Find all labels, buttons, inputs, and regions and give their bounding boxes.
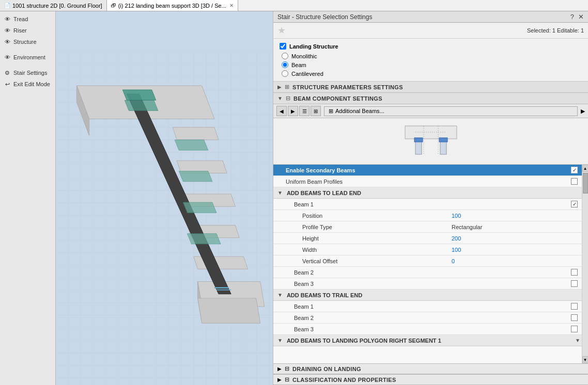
- eye-icon-riser: 👁: [3, 26, 11, 35]
- draining-section-header[interactable]: ▶ ⊟ DRAINING ON LANDING: [273, 363, 588, 374]
- tab1-label: 1001 structure 2D [0. Ground Floor]: [12, 3, 102, 9]
- check-uniform-profiles[interactable]: [571, 178, 578, 185]
- classification-arrow: ▶: [277, 377, 282, 382]
- check-beam3-trail[interactable]: [571, 326, 578, 332]
- check-beam3-lead[interactable]: [571, 280, 578, 287]
- row-position[interactable]: Position 100: [273, 210, 582, 221]
- list-button[interactable]: ☰: [299, 106, 310, 116]
- row-add-lead-end[interactable]: ▼ ADD BEAMS TO LEAD END: [273, 187, 582, 199]
- viewport-svg: [56, 11, 273, 385]
- check-beam2-trail[interactable]: [571, 314, 578, 321]
- help-button[interactable]: ?: [570, 13, 574, 21]
- row-enable-secondary[interactable]: Enable Secondary Beams: [273, 165, 582, 176]
- radio-beam-input[interactable]: [282, 61, 288, 68]
- main-area: 👁 Tread 👁 Riser 👁 Structure 👁 Environmen…: [0, 11, 588, 385]
- exit-icon: ↩: [3, 80, 11, 88]
- scrollbar-down-button[interactable]: ▼: [582, 356, 589, 363]
- sidebar-item-tread[interactable]: 👁 Tread: [0, 13, 55, 25]
- panel-title: Stair - Structure Selection Settings: [277, 13, 372, 21]
- row-polygon-right[interactable]: ▼ ADD BEAMS TO LANDING POLYGON RIGHT SEG…: [273, 335, 582, 346]
- polygon-right-scroll: ▼: [574, 338, 582, 343]
- val-position: 100: [447, 212, 551, 220]
- sidebar-label-environment: Environment: [13, 54, 45, 60]
- radio-cantilevered-input[interactable]: [282, 70, 288, 77]
- check-beam2-lead[interactable]: [571, 269, 578, 276]
- landing-structure-checkbox-row: Landing Structure: [280, 43, 582, 50]
- panel-header: ★ Selected: 1 Editable: 1: [273, 23, 588, 39]
- checkbox-uniform-profiles[interactable]: [551, 178, 582, 185]
- sidebar-item-exit-edit[interactable]: ↩ Exit Edit Mode: [0, 78, 55, 90]
- next-button[interactable]: ▶: [288, 106, 298, 116]
- tab-1[interactable]: 📄 1001 structure 2D [0. Ground Floor]: [0, 0, 107, 11]
- row-beam1-lead[interactable]: Beam 1: [273, 199, 582, 210]
- row-beam1-trail[interactable]: Beam 1: [273, 301, 582, 312]
- tab2-icon: 🗗: [111, 3, 116, 8]
- sidebar-item-riser[interactable]: 👁 Riser: [0, 25, 55, 36]
- checkbox-beam3-trail[interactable]: [551, 326, 582, 332]
- prev-button[interactable]: ◀: [276, 106, 287, 116]
- val-height: 200: [447, 234, 551, 243]
- checkbox-enable-secondary[interactable]: [551, 167, 582, 173]
- beam-component-arrow: ▼: [277, 95, 283, 101]
- tab-2[interactable]: 🗗 (i) 212 landing beam support 3D [3D / …: [107, 0, 238, 11]
- classification-section-header[interactable]: ▶ ⊟ CLASSIFICATION AND PROPERTIES: [273, 374, 588, 385]
- radio-monolithic-input[interactable]: [282, 53, 288, 59]
- scrollbar-up-button[interactable]: ▲: [582, 165, 589, 172]
- row-profile-type[interactable]: Profile Type Rectangular: [273, 221, 582, 233]
- val-beam3-trail: [447, 328, 551, 330]
- favorite-icon[interactable]: ★: [277, 25, 286, 36]
- sidebar-item-environment[interactable]: 👁 Environment: [0, 52, 55, 63]
- checkbox-beam2-trail[interactable]: [551, 314, 582, 321]
- table-button[interactable]: ⊞: [311, 106, 321, 116]
- check-beam1-trail[interactable]: [571, 303, 578, 310]
- draining-label: DRAINING ON LANDING: [292, 366, 361, 372]
- row-beam3-lead[interactable]: Beam 3: [273, 278, 582, 290]
- classification-icon: ⊟: [285, 376, 289, 383]
- properties-area: Enable Secondary Beams Uniform Beam Prof…: [273, 165, 588, 363]
- row-add-trail-end[interactable]: ▼ ADD BEAMS TO TRAIL END: [273, 290, 582, 301]
- expand-icon: ▶: [581, 108, 585, 114]
- close-button[interactable]: ✕: [578, 13, 584, 21]
- val-width: 100: [447, 246, 551, 254]
- sidebar-item-structure[interactable]: 👁 Structure: [0, 36, 55, 47]
- check-beam1-lead[interactable]: [571, 201, 578, 207]
- check-enable-secondary[interactable]: [571, 167, 578, 173]
- beam-component-header[interactable]: ▼ ⊟ BEAM COMPONENT SETTINGS: [273, 93, 588, 104]
- row-width[interactable]: Width 100: [273, 244, 582, 255]
- row-uniform-profiles[interactable]: Uniform Beam Profiles: [273, 176, 582, 187]
- draining-icon: ⊟: [285, 365, 289, 372]
- tab2-close-icon[interactable]: ✕: [229, 3, 234, 8]
- trail-end-label: ADD BEAMS TO TRAIL END: [287, 292, 582, 298]
- scrollbar-track: ▲ ▼: [582, 165, 588, 363]
- properties-table: Enable Secondary Beams Uniform Beam Prof…: [273, 165, 582, 363]
- toolbar-expand-btn[interactable]: ▶: [579, 108, 585, 115]
- sidebar-item-stair-settings[interactable]: ⚙ Stair Settings: [0, 67, 55, 78]
- checkbox-beam1-trail[interactable]: [551, 303, 582, 310]
- landing-structure-label: Landing Structure: [289, 43, 338, 50]
- svg-marker-17: [183, 202, 216, 213]
- radio-beam: Beam: [282, 61, 582, 68]
- panel-title-bar: Stair - Structure Selection Settings ? ✕: [273, 11, 588, 23]
- row-beam3-trail[interactable]: Beam 3: [273, 324, 582, 335]
- val-uniform-profiles: [447, 181, 551, 183]
- diagram-area: [273, 118, 588, 165]
- checkbox-beam3-lead[interactable]: [551, 280, 582, 287]
- landing-structure-checkbox[interactable]: [280, 43, 286, 50]
- checkbox-beam1-lead[interactable]: [551, 201, 582, 207]
- checkbox-beam2-lead[interactable]: [551, 269, 582, 276]
- row-height[interactable]: Height 200: [273, 233, 582, 244]
- viewport[interactable]: [56, 11, 273, 385]
- scrollbar-thumb[interactable]: [583, 173, 588, 194]
- structure-params-header[interactable]: ▶ ⊞ STRUCTURE PARAMETERS SETTINGS: [273, 82, 588, 93]
- row-beam2-trail[interactable]: Beam 2: [273, 312, 582, 324]
- row-vertical-offset[interactable]: Vertical Offset 0: [273, 255, 582, 267]
- trail-end-arrow: ▼: [273, 292, 287, 298]
- structure-params-arrow: ▶: [277, 84, 282, 90]
- row-beam2-lead[interactable]: Beam 2: [273, 267, 582, 278]
- additional-beams-button[interactable]: ⊞ Additional Beams...: [324, 106, 578, 116]
- sidebar-divider-2: [0, 63, 55, 67]
- table-icon: ⊞: [314, 108, 318, 114]
- beam-component-icon: ⊟: [286, 95, 290, 102]
- val-profile-type: Rectangular: [447, 223, 551, 231]
- svg-marker-14: [125, 100, 158, 110]
